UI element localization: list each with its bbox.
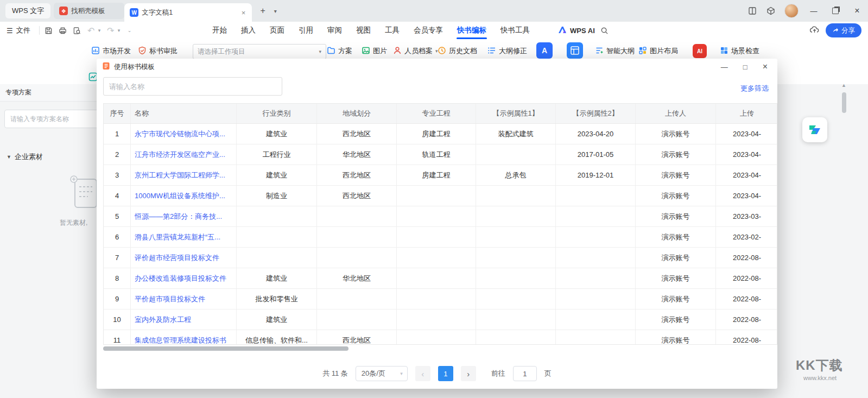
- table-cell: 信息传输、软件和...: [237, 330, 317, 345]
- dialog-maximize-icon[interactable]: □: [743, 63, 747, 71]
- table-cell: 2023-04-: [716, 124, 777, 144]
- goto-page-input[interactable]: [513, 366, 537, 381]
- template-search-input[interactable]: [103, 77, 282, 96]
- dialog-minimize-icon[interactable]: —: [721, 63, 728, 71]
- market-dev-button[interactable]: 市场开发: [91, 43, 131, 59]
- tab-view[interactable]: 视图: [349, 22, 378, 39]
- table-cell: 评价超市经营项目投标文件: [131, 248, 237, 268]
- image-layout-button[interactable]: 图片布局: [638, 43, 678, 59]
- vertical-scrollbar[interactable]: ▲: [842, 81, 846, 386]
- current-page-button[interactable]: 1: [438, 366, 453, 381]
- tab-reference[interactable]: 引用: [292, 22, 320, 39]
- smart-outline-button[interactable]: 智能大纲: [595, 43, 635, 59]
- template-name-link[interactable]: 办公楼改造装修项目投标文件: [135, 274, 226, 283]
- app-menu-button[interactable]: WPS 文字: [5, 3, 50, 18]
- dialog-close-icon[interactable]: ×: [763, 62, 768, 72]
- file-menu-button[interactable]: ☰ 文件: [0, 22, 37, 39]
- restore-button[interactable]: [825, 0, 846, 22]
- chevron-down-icon: ▾: [319, 49, 321, 54]
- print-icon[interactable]: [56, 23, 70, 37]
- collapse-toolbar-icon[interactable]: ⌄: [128, 28, 133, 33]
- page-size-value: 20条/页: [362, 369, 385, 378]
- template-name-link[interactable]: 永宁市现代冷链物流中心项...: [135, 129, 225, 139]
- minimize-button[interactable]: —: [803, 0, 825, 22]
- scene-check-button[interactable]: 场景检查: [720, 43, 759, 59]
- window-layout-icon[interactable]: [743, 0, 762, 22]
- save-icon[interactable]: [42, 23, 56, 37]
- tab-insert[interactable]: 插入: [234, 22, 263, 39]
- undo-icon[interactable]: ↶: [84, 23, 98, 37]
- project-select[interactable]: 请选择工作项目 ▾: [193, 44, 326, 59]
- user-avatar[interactable]: [784, 4, 799, 18]
- search-icon[interactable]: [597, 23, 611, 37]
- template-name-link[interactable]: 恒源——第2部分：商务技...: [135, 212, 222, 222]
- print-preview-icon[interactable]: [70, 23, 84, 37]
- table-cell: 2019-12-01: [556, 165, 636, 185]
- horizontal-scrollbar-thumb[interactable]: [103, 346, 349, 351]
- new-tab-button[interactable]: +: [256, 4, 269, 17]
- writer-icon: W: [130, 8, 138, 17]
- doc-tab-label: 找稻壳模板: [71, 7, 105, 16]
- wps-floating-shortcut[interactable]: [802, 117, 827, 142]
- wps-ai-button[interactable]: WPS AI: [558, 22, 595, 39]
- empty-state-text: 暂无素材,: [60, 218, 87, 228]
- ai-check-button[interactable]: AI: [693, 44, 707, 58]
- vertical-scrollbar-thumb[interactable]: [842, 92, 846, 113]
- table-cell: 办公楼改造装修项目投标文件: [131, 268, 237, 288]
- tab-list-caret-icon[interactable]: ▾: [270, 4, 280, 17]
- undo-caret-icon[interactable]: ▾: [98, 28, 104, 33]
- layout-panel-button[interactable]: [567, 42, 583, 59]
- table-cell: 批发和零售业: [237, 289, 317, 309]
- bid-approval-button[interactable]: 标书审批: [138, 43, 178, 59]
- template-name-link[interactable]: 平价超市项目投标文件: [135, 294, 205, 304]
- table-cell: [556, 248, 636, 268]
- tab-bid-tools[interactable]: 快书工具: [493, 22, 537, 39]
- share-button[interactable]: 分享: [826, 23, 861, 37]
- close-button[interactable]: ×: [846, 0, 868, 22]
- table-cell: [556, 330, 636, 345]
- scroll-up-icon[interactable]: ▲: [841, 83, 846, 88]
- ai-write-button[interactable]: A: [536, 42, 553, 59]
- table-cell: [476, 268, 556, 288]
- redo-icon[interactable]: ↷: [104, 23, 118, 37]
- table-row: 3京州工程大学国际工程师学...建筑业西北地区房建工程总承包2019-12-01…: [104, 165, 777, 186]
- horizontal-scrollbar[interactable]: [103, 346, 777, 351]
- upload-cloud-icon[interactable]: [810, 26, 819, 36]
- tab-bid-editor[interactable]: 快书编标: [450, 22, 493, 39]
- tab-close-icon[interactable]: ×: [240, 9, 247, 17]
- prev-page-button[interactable]: ‹: [415, 366, 430, 381]
- more-filter-link[interactable]: 更多筛选: [740, 84, 769, 93]
- redo-caret-icon[interactable]: ▾: [118, 28, 123, 33]
- personnel-button[interactable]: 人员档案 ▾: [393, 43, 438, 59]
- history-doc-button[interactable]: 历史文档: [438, 43, 477, 59]
- table-cell: [397, 268, 476, 288]
- table-cell: [476, 227, 556, 247]
- picture-button[interactable]: 图片: [362, 43, 387, 59]
- tab-review[interactable]: 审阅: [320, 22, 349, 39]
- template-name-link[interactable]: 室内外及防水工程: [135, 315, 191, 325]
- apps-box-icon[interactable]: [762, 0, 780, 22]
- template-name-link[interactable]: 江舟市经济开发区临空产业...: [135, 150, 225, 160]
- doc-tab-docer[interactable]: ❖ 找稻壳模板: [54, 3, 124, 19]
- menubar-right: 分享: [810, 22, 861, 39]
- next-page-button[interactable]: ›: [461, 366, 476, 381]
- tab-tools[interactable]: 工具: [378, 22, 407, 39]
- template-name-link[interactable]: 滑县八里营镇龙苑新村“五...: [135, 232, 220, 242]
- page-size-select[interactable]: 20条/页 ▾: [356, 366, 408, 381]
- table-cell: 2022-08-: [716, 309, 777, 330]
- tab-page[interactable]: 页面: [263, 22, 292, 39]
- table-cell: 建筑业: [237, 165, 317, 185]
- table-cell: 建筑业: [237, 268, 317, 288]
- template-name-link[interactable]: 评价超市经营项目投标文件: [135, 253, 219, 263]
- tab-member[interactable]: 会员专享: [407, 22, 450, 39]
- tab-start[interactable]: 开始: [205, 22, 234, 39]
- outline-fix-button[interactable]: 大纲修正: [487, 43, 527, 59]
- dialog-title-bar[interactable]: 使用标书模板 — □ ×: [97, 59, 777, 75]
- doc-tab-current[interactable]: W 文字文稿1 ×: [124, 3, 252, 22]
- template-name-link[interactable]: 京州工程大学国际工程师学...: [135, 170, 225, 180]
- enterprise-material-group[interactable]: ▼ 企业素材: [7, 152, 43, 162]
- template-name-link[interactable]: 集成信息管理系统建设投标书: [135, 336, 226, 345]
- plan-button[interactable]: 方案: [327, 43, 352, 59]
- template-name-link[interactable]: 1000MW机组设备系统维护...: [135, 191, 225, 201]
- special-plan-search-input[interactable]: [4, 110, 101, 128]
